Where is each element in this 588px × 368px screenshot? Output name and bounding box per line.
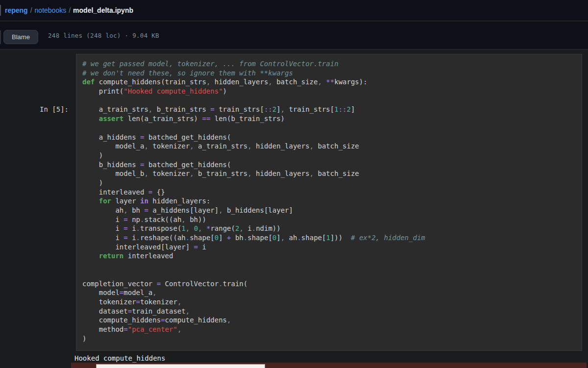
file-header-bar: repeng/notebooks/model_delta.ipynb (0, 0, 588, 21)
breadcrumb: repeng/notebooks/model_delta.ipynb (5, 6, 133, 14)
code-line: assert len(a_train_strs) == len(b_train_… (82, 114, 576, 123)
code-line: model=model_a, (82, 288, 576, 297)
code-line: b_hiddens = batched_get_hiddens( (82, 160, 576, 170)
code-line: compute_hiddens=compute_hiddens, (82, 316, 576, 325)
code-line (82, 96, 576, 105)
code-line: ) (82, 178, 576, 188)
code-line (82, 261, 576, 270)
breadcrumb-file-name: model_delta.ipynb (73, 6, 133, 14)
code-line: tokenizer=tokenizer, (82, 297, 576, 307)
progress-widget-container (71, 363, 587, 368)
progress-bar (96, 364, 265, 368)
breadcrumb-folder-link[interactable]: notebooks (35, 6, 67, 14)
code-line: i = i.transpose(1, 0, *range(2, i.ndim)) (82, 224, 576, 233)
code-line: return interleaved (82, 251, 576, 261)
code-line: interleaved[layer] = i (82, 243, 576, 252)
sidebar-toggle-edge (0, 5, 1, 16)
code-line: completion_vector = ControlVector.train( (82, 279, 576, 289)
file-toolbar: Blame 248 lines (248 loc) · 9.04 KB (0, 22, 588, 49)
code-line: for layer in hidden_layers: (82, 196, 576, 206)
code-line: ) (82, 334, 576, 343)
code-line: model_b, tokenizer, b_train_strs, hidden… (82, 169, 576, 178)
toolbar-segment-divider (0, 30, 1, 44)
code-line: i = np.stack((ah, bh)) (82, 215, 576, 224)
code-line: dataset=train_dataset, (82, 307, 576, 316)
breadcrumb-separator: / (28, 6, 35, 14)
code-line: a_hiddens = batched_get_hiddens( (82, 133, 576, 142)
blame-button[interactable]: Blame (3, 30, 38, 44)
code-lines: # we get passed model, tokenizer, ... fr… (82, 59, 576, 343)
cell-output-text: Hooked compute_hiddens (74, 354, 165, 362)
code-line (82, 270, 576, 279)
code-line: def compute_hiddens(train_strs, hidden_l… (82, 77, 576, 87)
breadcrumb-separator: / (66, 6, 73, 14)
notebook-render-area: In [5]: # we get passed model, tokenizer… (0, 49, 588, 368)
code-line: interleaved = {} (82, 188, 576, 197)
breadcrumb-repo-link[interactable]: repeng (5, 6, 28, 14)
cell-execution-prompt: In [5]: (27, 105, 69, 113)
code-line: # we get passed model, tokenizer, ... fr… (82, 59, 576, 69)
code-line: ) (82, 151, 576, 160)
code-line (82, 123, 576, 133)
code-line: a_train_strs, b_train_strs = train_strs[… (82, 105, 576, 114)
code-line: # we don't need these, so ignore them wi… (82, 69, 576, 78)
code-line: i = i.reshape((ah.shape[0] + bh.shape[0]… (82, 233, 576, 243)
code-line: ah, bh = a_hiddens[layer], b_hiddens[lay… (82, 206, 576, 215)
code-line: method="pca_center", (82, 325, 576, 334)
code-line: print("Hooked compute_hiddens") (82, 87, 576, 96)
file-info-text: 248 lines (248 loc) · 9.04 KB (48, 22, 159, 49)
code-cell[interactable]: # we get passed model, tokenizer, ... fr… (76, 54, 582, 351)
code-line: model_a, tokenizer, a_train_strs, hidden… (82, 142, 576, 151)
